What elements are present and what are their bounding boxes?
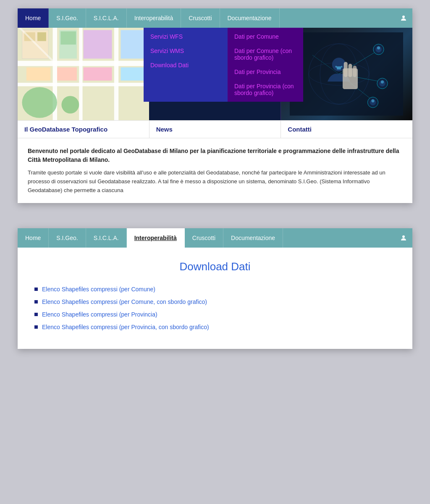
list-item: Elenco Shapefiles compressi (per Provinc… [34, 324, 396, 330]
svg-rect-17 [121, 67, 144, 80]
svg-rect-9 [37, 32, 46, 41]
svg-point-19 [61, 96, 79, 113]
dropdown-col1: Servizi WFS Servizi WMS Download Dati [144, 28, 228, 102]
network-diagram [287, 32, 406, 116]
nav2-interoperabilita[interactable]: Interoperabilità [127, 228, 185, 248]
nav2-sicla[interactable]: S.I.C.L.A. [86, 228, 127, 248]
dropdown-menu: Servizi WFS Servizi WMS Download Dati Da… [144, 28, 303, 102]
svg-rect-5 [79, 28, 82, 120]
bullet-icon [34, 325, 38, 329]
list-item: Elenco Shapefiles compressi (per Comune) [34, 286, 396, 293]
download-link-1[interactable]: Elenco Shapefiles compressi (per Comune) [42, 286, 155, 293]
download-link-2[interactable]: Elenco Shapefiles compressi (per Comune,… [42, 298, 207, 305]
svg-point-50 [381, 80, 384, 83]
nav-interoperabilita[interactable]: Interoperabilità [127, 8, 181, 28]
bullet-icon [34, 300, 38, 303]
content-body: Tramite questo portale si vuole dare vis… [28, 169, 402, 195]
svg-point-49 [377, 46, 380, 49]
svg-point-56 [402, 235, 405, 238]
nav-cruscotti[interactable]: Cruscotti [181, 8, 220, 28]
download-list: Elenco Shapefiles compressi (per Comune)… [34, 286, 396, 330]
svg-rect-14 [84, 67, 112, 80]
svg-rect-6 [114, 28, 118, 120]
content-section: Benvenuto nel portale dedicato al GeoDat… [18, 138, 412, 203]
dropdown-servizi-wfs[interactable]: Servizi WFS [144, 29, 228, 44]
svg-rect-15 [84, 30, 112, 59]
nav2-cruscotti[interactable]: Cruscotti [185, 228, 223, 248]
svg-rect-3 [18, 83, 149, 86]
nav-sicla[interactable]: S.I.C.L.A. [86, 8, 127, 28]
dropdown-dati-comune[interactable]: Dati per Comune [228, 29, 303, 44]
dropdown-servizi-wms[interactable]: Servizi WMS [144, 44, 228, 58]
download-link-3[interactable]: Elenco Shapefiles compressi (per Provinc… [42, 311, 157, 318]
nav-documentazione[interactable]: Documentazione [220, 8, 280, 28]
svg-rect-16 [121, 30, 144, 59]
map-placeholder [18, 28, 149, 120]
navbar-1: Home S.I.Geo. S.I.C.L.A. Interoperabilit… [18, 8, 412, 28]
svg-rect-53 [344, 62, 348, 77]
bullet-icon [34, 313, 38, 316]
dropdown-col2: Dati per Comune Dati per Comune (con sbo… [228, 28, 303, 102]
download-title: Download Dati [34, 260, 396, 273]
dropdown-dati-provincia-sbordo[interactable]: Dati per Provincia (con sbordo grafico) [228, 79, 303, 100]
dropdown-dati-comune-sbordo[interactable]: Dati per Comune (con sbordo grafico) [228, 44, 303, 65]
link-geodatabase[interactable]: Il GeoDatabase Topografico [18, 121, 149, 138]
link-news[interactable]: News [149, 121, 281, 138]
list-item: Elenco Shapefiles compressi (per Comune,… [34, 298, 396, 305]
dropdown-download-dati[interactable]: Download Dati [144, 58, 228, 72]
navbar-2: Home S.I.Geo. S.I.C.L.A. Interoperabilit… [18, 228, 412, 248]
nav-sigeo[interactable]: S.I.Geo. [49, 8, 86, 28]
svg-rect-11 [60, 32, 76, 45]
svg-rect-54 [349, 64, 352, 77]
download-page: Download Dati Elenco Shapefiles compress… [18, 248, 412, 349]
nav2-documentazione[interactable]: Documentazione [223, 228, 283, 248]
svg-point-51 [372, 99, 375, 102]
user-icon[interactable] [395, 8, 412, 28]
svg-rect-2 [18, 61, 149, 66]
svg-rect-13 [57, 67, 77, 80]
user-icon-2[interactable] [395, 228, 412, 248]
nav2-home[interactable]: Home [18, 228, 49, 248]
dropdown-dati-provincia[interactable]: Dati per Provincia [228, 65, 303, 79]
bullet-icon [34, 288, 38, 291]
link-contatti[interactable]: Contatti [281, 121, 412, 138]
panel-2: Home S.I.Geo. S.I.C.L.A. Interoperabilit… [18, 228, 412, 349]
nav2-sigeo[interactable]: S.I.Geo. [49, 228, 86, 248]
svg-rect-55 [353, 66, 357, 77]
map-image [18, 28, 149, 120]
list-item: Elenco Shapefiles compressi (per Provinc… [34, 311, 396, 318]
svg-point-18 [22, 87, 57, 118]
panel-1: Home S.I.Geo. S.I.C.L.A. Interoperabilit… [18, 8, 412, 203]
feature-links: Il GeoDatabase Topografico News Contatti [18, 120, 412, 138]
svg-point-0 [402, 16, 405, 18]
download-link-4[interactable]: Elenco Shapefiles compressi (per Provinc… [42, 324, 209, 330]
svg-rect-12 [26, 67, 50, 80]
content-intro: Benvenuto nel portale dedicato al GeoDat… [28, 147, 402, 164]
nav-home[interactable]: Home [18, 8, 49, 28]
